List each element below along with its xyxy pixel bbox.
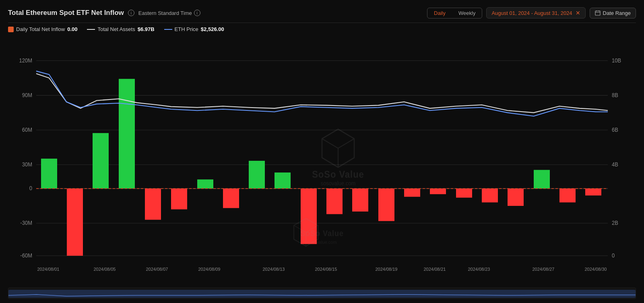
svg-text:2024/08/21: 2024/08/21: [424, 267, 446, 272]
bar-0829: [559, 189, 576, 202]
bar-0827: [508, 189, 524, 206]
svg-text:30M: 30M: [22, 162, 32, 168]
header-row: Total Ethereum Spot ETF Net Inflow i Eas…: [8, 7, 636, 19]
bar-0812: [223, 189, 239, 208]
svg-text:2024/08/19: 2024/08/19: [376, 267, 398, 272]
bar-0813: [249, 161, 265, 189]
inflow-color: [8, 27, 14, 32]
bar-0820: [378, 189, 394, 221]
bar-0807: [145, 189, 161, 220]
bar-0802: [67, 189, 83, 256]
svg-text:60M: 60M: [22, 127, 32, 133]
svg-text:90M: 90M: [22, 92, 32, 98]
bar-0823: [456, 189, 472, 198]
weekly-button[interactable]: Weekly: [452, 8, 482, 18]
bar-0821: [404, 189, 420, 197]
svg-text:2024/08/13: 2024/08/13: [263, 267, 285, 272]
close-icon[interactable]: ✕: [576, 10, 580, 16]
timezone-label: Eastern Standard Time i: [138, 10, 200, 16]
svg-text:10B: 10B: [612, 57, 621, 64]
svg-text:4B: 4B: [612, 162, 618, 168]
bar-0801: [41, 159, 57, 189]
svg-text:2024/08/07: 2024/08/07: [146, 267, 168, 272]
chart-main: 120M 90M 60M 30M 0 -30M -60M 10B 8B 6B 4…: [8, 35, 636, 286]
bar-0822: [430, 189, 446, 194]
svg-text:SoSo Value: SoSo Value: [312, 169, 364, 180]
svg-text:2024/08/01: 2024/08/01: [37, 267, 60, 272]
svg-rect-50: [8, 290, 636, 298]
svg-text:0: 0: [612, 253, 615, 259]
bar-0808: [171, 189, 187, 210]
date-range-display: August 01, 2024 - August 31, 2024 ✕: [486, 7, 585, 19]
svg-text:-60M: -60M: [20, 253, 32, 259]
svg-text:6B: 6B: [612, 127, 618, 133]
daily-button[interactable]: Daily: [427, 8, 452, 18]
assets-label: Total Net Assets: [97, 26, 135, 32]
svg-text:2024/08/09: 2024/08/09: [198, 267, 221, 272]
inflow-value: 0.00: [67, 26, 77, 32]
timezone-info-icon[interactable]: i: [194, 10, 200, 16]
main-chart-svg: 120M 90M 60M 30M 0 -30M -60M 10B 8B 6B 4…: [8, 35, 636, 286]
svg-text:120M: 120M: [19, 57, 32, 64]
main-container: Total Ethereum Spot ETF Net Inflow i Eas…: [0, 0, 644, 303]
title-info-icon[interactable]: i: [128, 10, 134, 16]
calendar-icon: [595, 10, 601, 16]
date-range-button-label: Date Range: [603, 10, 631, 16]
svg-text:SoSo Value: SoSo Value: [300, 229, 344, 238]
date-range-button[interactable]: Date Range: [590, 8, 636, 19]
bar-0806: [119, 79, 135, 189]
svg-text:sosovalue.com: sosovalue.com: [307, 239, 336, 244]
eth-label: ETH Price: [175, 26, 198, 32]
bar-0809: [197, 179, 213, 189]
bar-0830: [585, 189, 601, 195]
bar-0814: [275, 172, 291, 189]
legend-assets: Total Net Assets $6.97B: [87, 26, 154, 32]
date-range-text: August 01, 2024 - August 31, 2024: [491, 10, 572, 16]
bar-0816: [326, 189, 343, 214]
svg-text:2024/08/27: 2024/08/27: [533, 267, 555, 272]
svg-text:0: 0: [29, 185, 32, 192]
svg-text:2024/08/30: 2024/08/30: [585, 267, 607, 272]
page-title: Total Ethereum Spot ETF Net Inflow: [8, 9, 124, 17]
minimap[interactable]: [8, 288, 636, 299]
chart-area: 120M 90M 60M 30M 0 -30M -60M 10B 8B 6B 4…: [8, 35, 636, 299]
svg-text:sosovalue.com: sosovalue.com: [321, 181, 356, 187]
minimap-svg: [8, 288, 636, 299]
legend-row: Daily Total Net Inflow 0.00 Total Net As…: [8, 26, 636, 32]
eth-value: $2,526.00: [201, 26, 224, 32]
bar-0805: [93, 133, 109, 189]
assets-value: $6.97B: [138, 26, 155, 32]
bar-0828: [534, 170, 550, 189]
title-section: Total Ethereum Spot ETF Net Inflow i Eas…: [8, 9, 200, 17]
assets-color: [87, 29, 95, 30]
svg-text:8B: 8B: [612, 92, 618, 98]
svg-text:2B: 2B: [612, 220, 618, 226]
svg-text:-30M: -30M: [20, 220, 32, 226]
bar-0819: [352, 189, 368, 212]
controls-row: Daily Weekly August 01, 2024 - August 31…: [427, 7, 636, 19]
svg-text:2024/08/05: 2024/08/05: [94, 267, 116, 272]
eth-color: [164, 29, 172, 30]
period-buttons: Daily Weekly: [427, 8, 482, 19]
svg-text:2024/08/23: 2024/08/23: [468, 267, 490, 272]
bar-0826: [482, 189, 498, 202]
header-divider: [8, 23, 636, 23]
legend-eth: ETH Price $2,526.00: [164, 26, 224, 32]
inflow-label: Daily Total Net Inflow: [16, 26, 65, 32]
svg-rect-0: [595, 11, 600, 15]
legend-inflow: Daily Total Net Inflow 0.00: [8, 26, 77, 32]
svg-text:2024/08/15: 2024/08/15: [315, 267, 337, 272]
